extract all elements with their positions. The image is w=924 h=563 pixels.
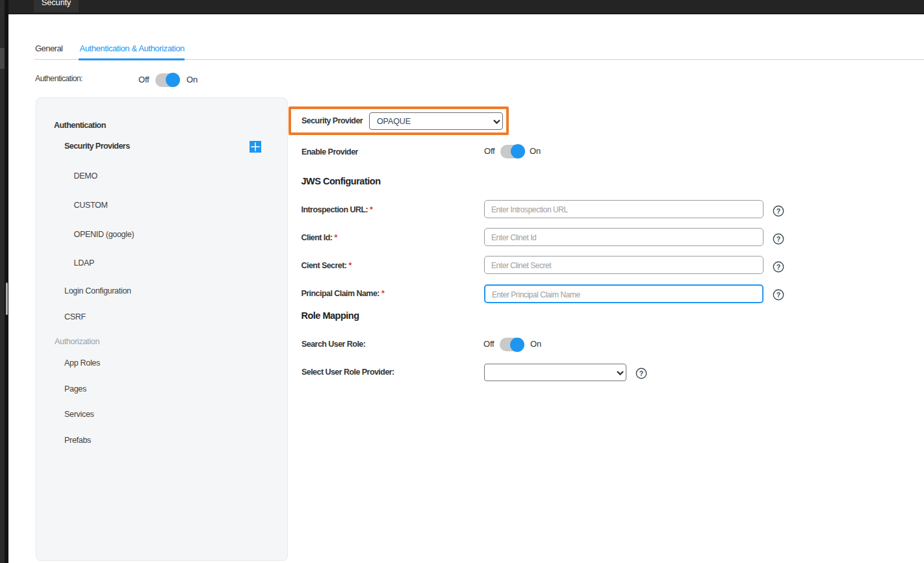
svg-text:?: ?	[639, 369, 643, 377]
svg-text:?: ?	[776, 263, 780, 271]
svg-text:?: ?	[776, 291, 780, 299]
svg-text:?: ?	[776, 235, 780, 243]
svg-text:?: ?	[776, 207, 780, 215]
